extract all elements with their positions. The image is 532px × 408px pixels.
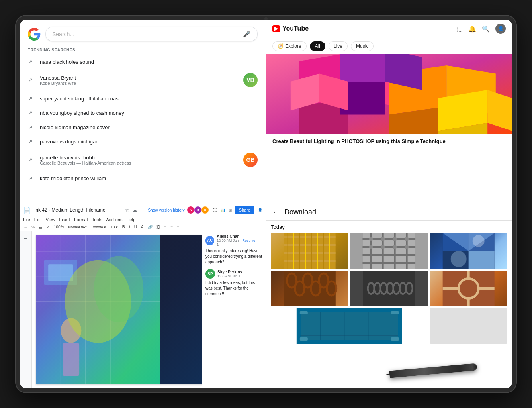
docs-icon: 📄: [23, 206, 31, 214]
trend-up-icon: ↗: [28, 59, 34, 65]
search-item[interactable]: ↗ nba youngboy signed to cash money: [20, 106, 266, 120]
menu-insert[interactable]: Insert: [59, 217, 70, 222]
toolbar-undo[interactable]: ↩: [23, 224, 29, 230]
share-button[interactable]: Share: [235, 206, 254, 214]
comment-2-name: Skye Perkins: [217, 270, 242, 274]
trending-label: TRENDING SEARCHES: [20, 45, 266, 55]
wood-rope: [430, 271, 507, 306]
size-dropdown[interactable]: 10 ▾: [109, 225, 119, 230]
font-dropdown[interactable]: Roboto ▾: [90, 225, 108, 230]
youtube-actions: ⬚ 🔔 🔍 👤: [457, 24, 506, 34]
google-header: Search... 🎤: [20, 20, 266, 45]
more-icon: ⋯: [140, 208, 145, 213]
docs-header: 📄 Ink 42 - Medium Length Filename ☆ ☁ ⋯ …: [20, 204, 266, 216]
photo-7[interactable]: [271, 308, 428, 344]
video-title: Create Beautiful Lighting In PHOTOSHOP u…: [266, 134, 512, 149]
menu-view[interactable]: View: [46, 217, 55, 222]
photo-5[interactable]: [350, 271, 428, 306]
photo-1[interactable]: [271, 233, 348, 269]
comment-2-header: SP Skye Perkins 1:00 AM Jan 1: [205, 269, 262, 279]
menu-tools[interactable]: Tools: [92, 217, 102, 222]
search-item[interactable]: ↗ super yacht sinking off italian coast: [20, 91, 266, 106]
photo-4[interactable]: [271, 271, 348, 306]
rust-chain: [271, 271, 348, 306]
toolbar-italic[interactable]: I: [128, 224, 131, 230]
comments-icon[interactable]: 💬: [213, 208, 217, 212]
svg-marker-7: [340, 54, 385, 82]
docs-filename[interactable]: Ink 42 - Medium Length Filename: [34, 207, 122, 213]
search-item[interactable]: ↗ Vanessa Bryant Kobe Bryant's wife VB: [20, 69, 266, 91]
toolbar-align-right[interactable]: ≡: [176, 224, 180, 230]
rope-pattern: [350, 233, 428, 269]
svg-point-55: [381, 237, 385, 241]
menu-format[interactable]: Format: [74, 217, 88, 222]
toolbar-image[interactable]: 🖼: [155, 224, 162, 230]
svg-point-56: [393, 237, 397, 241]
menu-edit[interactable]: Edit: [34, 217, 42, 222]
menu-addons[interactable]: Add-ons: [106, 217, 122, 222]
menu-help[interactable]: Help: [126, 217, 135, 222]
svg-rect-25: [63, 343, 80, 376]
photo-6[interactable]: [430, 271, 507, 306]
mic-icon[interactable]: 🎤: [243, 30, 251, 38]
svg-rect-101: [391, 311, 399, 314]
photo-3[interactable]: [430, 233, 507, 269]
youtube-header: ▶ YouTube ⬚ 🔔 🔍 👤: [266, 20, 512, 38]
toolbar-print[interactable]: 🖨: [37, 224, 44, 230]
toolbar-align-center[interactable]: ≡: [169, 224, 174, 230]
youtube-logo: ▶ YouTube: [272, 25, 309, 32]
search-icon[interactable]: 🔍: [482, 25, 490, 33]
search-title-6: parvovirus dogs michigan: [40, 139, 258, 145]
back-button[interactable]: ←: [272, 208, 280, 216]
toolbar-color[interactable]: A: [140, 224, 145, 230]
toolbar-spellcheck[interactable]: ✓: [45, 224, 51, 230]
comment-2-avatar: SP: [205, 269, 215, 279]
music-chip[interactable]: Music: [351, 41, 374, 51]
search-subtitle-2: Kobe Bryant's wife: [40, 81, 238, 86]
cast-icon[interactable]: ⬚: [457, 25, 463, 33]
outline-icon[interactable]: ☰: [24, 235, 27, 239]
search-title-4: nba youngboy signed to cash money: [40, 110, 258, 116]
svg-point-67: [472, 235, 484, 247]
toolbar-align-left[interactable]: ≡: [163, 224, 168, 230]
apps-icon[interactable]: ⊞: [229, 208, 232, 212]
design-background-svg: [36, 235, 160, 384]
profile-icon[interactable]: 👤: [495, 24, 506, 34]
star-icon[interactable]: ☆: [125, 207, 129, 213]
svg-rect-102: [300, 337, 308, 341]
menu-file[interactable]: File: [23, 217, 30, 222]
search-item[interactable]: ↗ nicole kidman magazine cover: [20, 120, 266, 134]
trend-up-icon: ↗: [28, 77, 34, 83]
svg-rect-100: [300, 311, 308, 314]
toolbar-link[interactable]: 🔗: [147, 224, 154, 230]
toolbar-zoom[interactable]: 100%: [53, 224, 65, 230]
search-item[interactable]: ↗ nasa black holes sound: [20, 55, 266, 69]
more-button[interactable]: ⋮: [258, 238, 262, 243]
all-chip[interactable]: All: [310, 41, 325, 51]
dark-chain: [350, 271, 428, 306]
svg-rect-76: [284, 271, 336, 306]
search-item[interactable]: ↗ kate middleton prince william: [20, 171, 266, 185]
video-thumbnail-area[interactable]: Create Beautiful Lighting In PHOTOSHOP u…: [266, 54, 512, 204]
comment-1-name: Alexis Chan: [217, 234, 240, 239]
live-chip[interactable]: Live: [329, 41, 348, 51]
toolbar-underline[interactable]: U: [133, 224, 138, 230]
explore-chip[interactable]: 🧭 Explore: [272, 41, 307, 51]
download-header: ← Download: [266, 204, 512, 221]
search-title-2: Vanessa Bryant: [40, 75, 238, 81]
search-bar[interactable]: Search... 🎤: [45, 27, 258, 41]
toolbar-bold[interactable]: B: [121, 224, 126, 230]
docs-toolbar: ↩ ↪ 🖨 ✓ 100% Normal text Roboto ▾ 10 ▾ B…: [20, 223, 266, 231]
style-dropdown[interactable]: Normal text: [67, 225, 88, 230]
collaborator-avatar: C: [201, 206, 209, 214]
bell-icon[interactable]: 🔔: [468, 25, 476, 33]
photo-2[interactable]: [350, 233, 428, 269]
resolve-button[interactable]: Resolve: [242, 239, 255, 243]
chart-icon[interactable]: 📊: [221, 208, 225, 212]
toolbar-redo[interactable]: ↪: [30, 224, 36, 230]
version-history-link[interactable]: Show version history: [148, 208, 184, 212]
search-item[interactable]: ↗ parvovirus dogs michigan: [20, 134, 266, 149]
trend-up-icon: ↗: [28, 110, 34, 116]
compass-icon: 🧭: [278, 43, 284, 49]
search-item[interactable]: ↗ garcelle beauvais rhobh Garcelle Beauv…: [20, 149, 266, 171]
